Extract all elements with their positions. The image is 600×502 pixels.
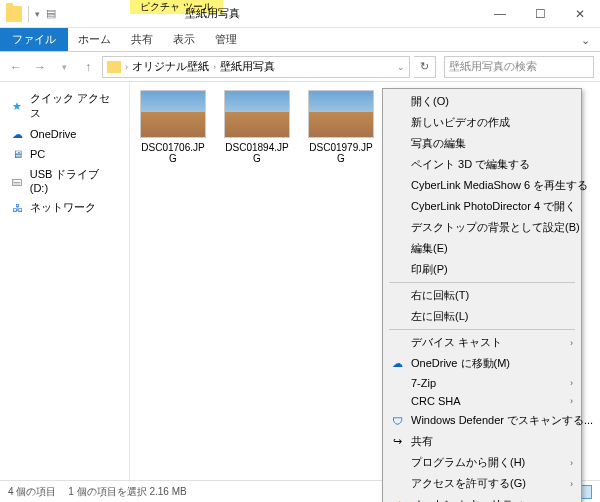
- menu-label: OneDrive に移動(M): [411, 356, 510, 371]
- forward-button[interactable]: →: [30, 57, 50, 77]
- sidebar-item-label: クイック アクセス: [30, 91, 119, 121]
- menu-label: CRC SHA: [411, 395, 461, 407]
- menu-separator: [389, 329, 575, 330]
- share-tab[interactable]: 共有: [121, 28, 163, 51]
- menu-paint3d[interactable]: ペイント 3D で編集する: [385, 154, 579, 175]
- file-name: DSC01894.JPG: [222, 142, 292, 164]
- menu-open-with[interactable]: プログラムから開く(H)›: [385, 452, 579, 473]
- view-tab[interactable]: 表示: [163, 28, 205, 51]
- submenu-arrow-icon: ›: [570, 458, 573, 468]
- window-title: 壁紙用写真: [185, 6, 240, 21]
- menu-onedrive-move[interactable]: ☁OneDrive に移動(M): [385, 353, 579, 374]
- quick-access-toolbar: ▾ ▤: [0, 6, 62, 22]
- breadcrumb[interactable]: 壁紙用写真: [220, 59, 275, 74]
- menu-label: 新しいビデオの作成: [411, 115, 510, 130]
- menu-access[interactable]: アクセスを許可する(G)›: [385, 473, 579, 494]
- menu-label: 編集(E): [411, 241, 448, 256]
- menu-desktop-bg[interactable]: デスクトップの背景として設定(B): [385, 217, 579, 238]
- context-menu: 開く(O) 新しいビデオの作成 写真の編集 ペイント 3D で編集する Cybe…: [382, 88, 582, 502]
- submenu-arrow-icon: ›: [570, 338, 573, 348]
- folder-icon[interactable]: [6, 6, 22, 22]
- sidebar-item-usb[interactable]: 🖴USB ドライブ (D:): [4, 164, 125, 197]
- back-button[interactable]: ←: [6, 57, 26, 77]
- image-preview: [308, 90, 374, 138]
- separator: [28, 6, 29, 22]
- image-preview: [140, 90, 206, 138]
- navigation-pane: ★クイック アクセス ☁OneDrive 🖥PC 🖴USB ドライブ (D:) …: [0, 82, 130, 480]
- submenu-arrow-icon: ›: [570, 479, 573, 489]
- menu-cast[interactable]: デバイス キャスト›: [385, 332, 579, 353]
- menu-rotate-right[interactable]: 右に回転(T): [385, 285, 579, 306]
- menu-photodirector[interactable]: CyberLink PhotoDirector 4 で開く: [385, 196, 579, 217]
- sidebar-item-label: OneDrive: [30, 128, 76, 140]
- menu-label: 右に回転(T): [411, 288, 469, 303]
- file-name: DSC01979.JPG: [306, 142, 376, 164]
- title-bar: ▾ ▤ ピクチャ ツール 壁紙用写真 — ☐ ✕: [0, 0, 600, 28]
- file-name: DSC01706.JPG: [138, 142, 208, 164]
- share-icon: ↪: [389, 434, 405, 450]
- menu-crcsha[interactable]: CRC SHA›: [385, 392, 579, 410]
- star-icon: ★: [10, 99, 24, 113]
- image-preview: [224, 90, 290, 138]
- menu-open[interactable]: 開く(O): [385, 91, 579, 112]
- sidebar-item-quick-access[interactable]: ★クイック アクセス: [4, 88, 125, 124]
- norton-icon: ✓: [389, 497, 405, 503]
- maximize-button[interactable]: ☐: [520, 0, 560, 28]
- menu-norton[interactable]: ✓ノートン セキュリティ›: [385, 494, 579, 502]
- shield-icon: 🛡: [389, 413, 405, 429]
- menu-mediashow[interactable]: CyberLink MediaShow 6 を再生する: [385, 175, 579, 196]
- sidebar-item-label: PC: [30, 148, 45, 160]
- ribbon-expand-icon[interactable]: ⌄: [571, 30, 600, 51]
- submenu-arrow-icon: ›: [570, 378, 573, 388]
- menu-label: プログラムから開く(H): [411, 455, 525, 470]
- menu-label: ノートン セキュリティ: [411, 497, 524, 502]
- minimize-button[interactable]: —: [480, 0, 520, 28]
- usb-icon: 🖴: [10, 174, 24, 188]
- file-thumbnail[interactable]: DSC01979.JPG: [306, 90, 376, 164]
- menu-share[interactable]: ↪共有: [385, 431, 579, 452]
- network-icon: 🖧: [10, 201, 24, 215]
- history-dropdown-icon[interactable]: ▾: [54, 57, 74, 77]
- menu-print[interactable]: 印刷(P): [385, 259, 579, 280]
- file-thumbnail[interactable]: DSC01894.JPG: [222, 90, 292, 164]
- address-bar[interactable]: › オリジナル壁紙 › 壁紙用写真 ⌄: [102, 56, 410, 78]
- menu-label: ペイント 3D で編集する: [411, 157, 530, 172]
- selection-info: 1 個の項目を選択 2.16 MB: [68, 485, 186, 499]
- addr-dropdown-icon[interactable]: ⌄: [397, 62, 405, 72]
- menu-label: CyberLink MediaShow 6 を再生する: [411, 178, 588, 193]
- menu-label: デスクトップの背景として設定(B): [411, 220, 580, 235]
- cloud-icon: ☁: [10, 127, 24, 141]
- file-thumbnail[interactable]: DSC01706.JPG: [138, 90, 208, 164]
- menu-label: 写真の編集: [411, 136, 466, 151]
- item-count: 4 個の項目: [8, 485, 56, 499]
- search-input[interactable]: 壁紙用写真の検索: [444, 56, 594, 78]
- home-tab[interactable]: ホーム: [68, 28, 121, 51]
- menu-edit-photo[interactable]: 写真の編集: [385, 133, 579, 154]
- sidebar-item-pc[interactable]: 🖥PC: [4, 144, 125, 164]
- pc-icon: 🖥: [10, 147, 24, 161]
- sidebar-item-network[interactable]: 🖧ネットワーク: [4, 197, 125, 218]
- breadcrumb-sep: ›: [213, 62, 216, 72]
- qat-overflow-icon[interactable]: ▾: [35, 9, 40, 19]
- menu-edit[interactable]: 編集(E): [385, 238, 579, 259]
- menu-defender[interactable]: 🛡Windows Defender でスキャンする...: [385, 410, 579, 431]
- sidebar-item-onedrive[interactable]: ☁OneDrive: [4, 124, 125, 144]
- qat-props-icon[interactable]: ▤: [46, 7, 56, 20]
- close-button[interactable]: ✕: [560, 0, 600, 28]
- menu-rotate-left[interactable]: 左に回転(L): [385, 306, 579, 327]
- file-tab[interactable]: ファイル: [0, 28, 68, 51]
- manage-tab[interactable]: 管理: [205, 28, 247, 51]
- menu-separator: [389, 282, 575, 283]
- menu-label: 印刷(P): [411, 262, 448, 277]
- refresh-button[interactable]: ↻: [414, 56, 436, 78]
- menu-7zip[interactable]: 7-Zip›: [385, 374, 579, 392]
- up-button[interactable]: ↑: [78, 57, 98, 77]
- menu-label: 7-Zip: [411, 377, 436, 389]
- breadcrumb[interactable]: オリジナル壁紙: [132, 59, 209, 74]
- folder-icon: [107, 61, 121, 73]
- menu-label: CyberLink PhotoDirector 4 で開く: [411, 199, 576, 214]
- cloud-icon: ☁: [389, 356, 405, 372]
- sidebar-item-label: ネットワーク: [30, 200, 96, 215]
- search-placeholder: 壁紙用写真の検索: [449, 59, 537, 74]
- menu-new-video[interactable]: 新しいビデオの作成: [385, 112, 579, 133]
